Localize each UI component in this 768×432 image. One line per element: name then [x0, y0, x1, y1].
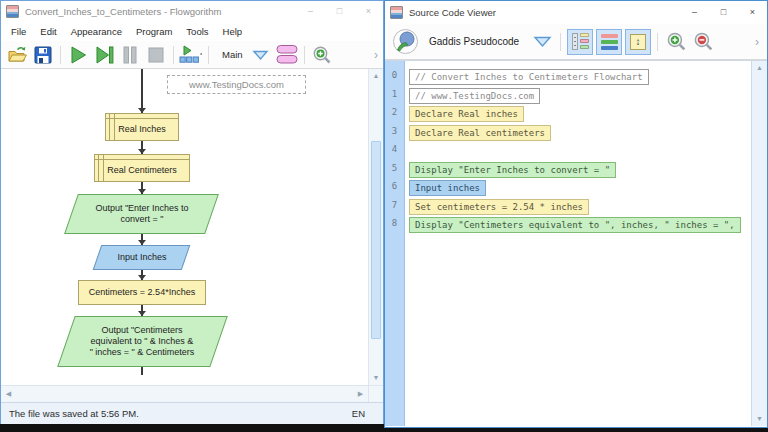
code-line: Declare Real inches — [405, 105, 751, 124]
close-button[interactable]: × — [354, 1, 383, 22]
zoom-in-button[interactable] — [664, 30, 688, 54]
open-button[interactable] — [5, 43, 29, 67]
line-numbers-icon — [572, 33, 589, 50]
code-line: Display "Centimeters equivalent to ", in… — [405, 216, 751, 235]
language-button[interactable] — [392, 30, 419, 54]
zoom-out-icon — [693, 31, 714, 52]
scroll-left-arrow[interactable]: ◀ — [1, 386, 16, 402]
desktop: Convert_Inches_to_Centimeters - Flowgori… — [0, 0, 768, 432]
code-line-box: Set centimeters = 2.54 * inches — [409, 199, 589, 215]
flow-arrow — [141, 270, 143, 280]
color-highlight-toggle[interactable] — [596, 29, 622, 55]
layout-run-button[interactable] — [179, 43, 203, 67]
save-button[interactable] — [31, 43, 55, 67]
language-indicator[interactable]: EN — [352, 408, 375, 419]
maximize-button[interactable]: □ — [709, 2, 738, 23]
toolbar-separator — [208, 46, 209, 64]
run-button[interactable] — [66, 43, 90, 67]
line-number: 8 — [385, 216, 404, 235]
scrollbar-thumb[interactable] — [371, 141, 381, 339]
horizontal-scrollbar[interactable]: ◀ ▶ — [1, 385, 368, 402]
vertical-scrollbar[interactable]: ▲ ▼ — [751, 61, 767, 426]
line-number: 1 — [385, 87, 404, 106]
stop-icon — [147, 46, 165, 64]
shapes-icon — [275, 44, 299, 65]
menu-item-help[interactable]: Help — [216, 22, 250, 41]
flow-arrow — [141, 234, 143, 245]
menu-item-tools[interactable]: Tools — [179, 22, 215, 41]
scroll-down-arrow[interactable]: ▼ — [369, 371, 383, 385]
zoom-out-button[interactable] — [691, 30, 715, 54]
maximize-button[interactable]: □ — [325, 1, 354, 22]
scroll-up-arrow[interactable]: ▲ — [369, 69, 383, 83]
flow-node-assign[interactable]: Centimeters = 2.54*Inches — [78, 280, 206, 305]
title-bar[interactable]: Source Code Viewer – □ × — [385, 1, 767, 24]
step-button[interactable] — [92, 43, 116, 67]
viewer-app-icon — [390, 6, 403, 19]
toolbar-separator — [173, 46, 174, 64]
line-number: 3 — [385, 124, 404, 143]
language-dropdown[interactable] — [530, 30, 554, 54]
scrollbar-corner — [368, 385, 383, 402]
flowgorithm-app-icon — [6, 5, 19, 18]
color-lines-icon — [601, 34, 618, 50]
chevron-down-icon — [252, 49, 269, 61]
toolbar-overflow-chevron[interactable]: › — [374, 49, 379, 61]
flow-node-output[interactable]: Output "Enter Inches to convert = " — [71, 194, 212, 234]
line-number-gutter: 012345678 — [385, 61, 405, 426]
function-select-label[interactable]: Main — [222, 49, 243, 60]
vertical-scrollbar[interactable]: ▲ ▼ — [368, 69, 383, 385]
code-area: 012345678 // Convert Inches to Centimete… — [385, 60, 767, 426]
toolbar-overflow-chevron[interactable]: › — [755, 36, 760, 48]
fit-height-toggle[interactable]: ↕ — [625, 29, 651, 55]
minimize-button[interactable]: – — [680, 2, 709, 23]
flow-node-declare[interactable]: Real Inches — [105, 113, 179, 141]
code-line: Declare Real centimeters — [405, 124, 751, 143]
flow-arrow — [141, 69, 143, 113]
language-icon — [392, 28, 419, 55]
zoom-in-button[interactable] — [310, 43, 334, 67]
stop-button[interactable] — [144, 43, 168, 67]
scroll-up-arrow[interactable]: ▲ — [752, 61, 767, 75]
save-icon — [34, 46, 52, 64]
node-label: Output "Enter Inches to convert = " — [71, 194, 212, 234]
toolbar-separator — [60, 46, 61, 64]
code-line-box: Display "Centimeters equivalent to ", in… — [409, 217, 741, 233]
shapes-button[interactable] — [275, 43, 299, 67]
line-number: 7 — [385, 198, 404, 217]
code-line: // www.TestingDocs.com — [405, 87, 751, 106]
scroll-down-arrow[interactable]: ▼ — [752, 412, 767, 426]
chevron-down-icon — [533, 35, 552, 48]
flow-node-declare[interactable]: Real Centimeters — [94, 154, 190, 182]
code-line-box: Input inches — [409, 180, 486, 196]
menu-item-program[interactable]: Program — [129, 22, 179, 41]
minimize-button[interactable]: – — [296, 1, 325, 22]
layout-run-icon — [179, 45, 203, 64]
flowchart-canvas: www.TestingDocs.com Real InchesReal Cent… — [1, 69, 368, 385]
menu-item-appearance[interactable]: Appearance — [64, 22, 129, 41]
line-number: 6 — [385, 179, 404, 198]
pause-button[interactable] — [118, 43, 142, 67]
node-label: Input Inches — [97, 245, 186, 270]
line-numbers-toggle[interactable] — [567, 29, 593, 55]
flow-node-input[interactable]: Input Inches — [97, 245, 186, 270]
window-title: Convert_Inches_to_Centimeters - Flowgori… — [25, 6, 296, 17]
code-line-box: // www.TestingDocs.com — [409, 88, 540, 104]
viewer-toolbar: Gaddis Pseudocode ↕ › — [385, 24, 767, 60]
run-icon — [68, 45, 88, 65]
close-button[interactable]: × — [738, 2, 767, 23]
scroll-right-arrow[interactable]: ▶ — [353, 386, 368, 402]
function-dropdown[interactable] — [249, 43, 273, 67]
flow-node-output[interactable]: Output "Centimeters equivalent to " & In… — [66, 316, 219, 367]
toolbar-separator — [304, 46, 305, 64]
menu-item-file[interactable]: File — [4, 22, 33, 41]
zoom-in-icon — [666, 31, 687, 52]
code-pane: // Convert Inches to Centimeters Flowcha… — [405, 61, 751, 426]
fit-width-icon: ↕ — [630, 34, 646, 50]
window-title: Source Code Viewer — [409, 7, 680, 18]
title-bar[interactable]: Convert_Inches_to_Centimeters - Flowgori… — [1, 1, 383, 22]
status-message: The file was saved at 5:56 PM. — [9, 408, 352, 419]
menu-bar: FileEditAppearanceProgramToolsHelp — [1, 22, 383, 41]
menu-item-edit[interactable]: Edit — [33, 22, 63, 41]
syntax-language-label[interactable]: Gaddis Pseudocode — [429, 36, 519, 47]
